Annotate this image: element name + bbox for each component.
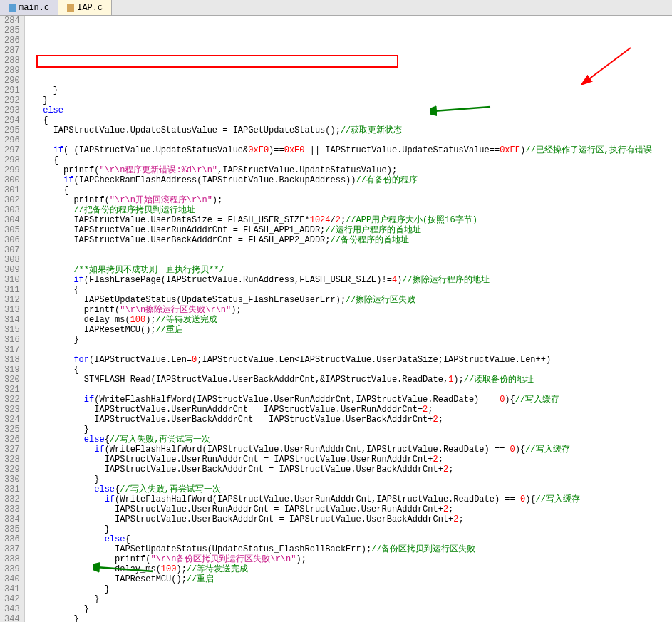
line-number: 334 (4, 514, 20, 524)
line-number: 335 (4, 524, 20, 534)
code-line[interactable]: } (28, 594, 652, 604)
line-number: 321 (4, 385, 20, 395)
line-number: 313 (4, 305, 20, 315)
code-line[interactable] (28, 345, 652, 355)
line-number: 339 (4, 564, 20, 574)
code-line[interactable]: IAPStructValue.UserRunAdddrCnt = IAPStru… (28, 504, 652, 514)
code-line[interactable]: IAPResetMCU();//重启 (28, 574, 652, 584)
code-line[interactable]: } (28, 524, 652, 534)
line-number: 317 (4, 345, 20, 355)
code-line[interactable]: IAPStructValue.UserBackAdddrCnt = FLASH_… (28, 235, 652, 245)
line-number: 311 (4, 285, 20, 295)
line-number: 330 (4, 475, 20, 484)
code-line[interactable]: { (28, 365, 652, 375)
code-line[interactable]: IAPStructValue.UserRunAdddrCnt = IAPStru… (28, 405, 652, 415)
line-number: 292 (4, 95, 20, 105)
code-area[interactable]: } } else { IAPStructValue.UpdateStatusVa… (25, 16, 652, 622)
code-line[interactable]: if(WriteFlashHalfWord(IAPStructValue.Use… (28, 395, 652, 405)
code-line[interactable]: IAPResetMCU();//重启 (28, 325, 652, 335)
line-number: 301 (4, 185, 20, 195)
line-number: 328 (4, 455, 20, 465)
tab-main-c[interactable]: main.c (0, 0, 58, 15)
line-number: 336 (4, 534, 20, 544)
code-line[interactable]: if(WriteFlashHalfWord(IAPStructValue.Use… (28, 445, 652, 455)
code-line[interactable]: IAPSetUpdateStatus(UpdateStatus_FlashEra… (28, 295, 652, 305)
code-line[interactable] (28, 385, 652, 395)
code-line[interactable]: } (28, 475, 652, 484)
line-number: 319 (4, 365, 20, 375)
line-number: 331 (4, 484, 20, 494)
code-line[interactable]: IAPSetUpdateStatus(UpdateStatus_FlashRol… (28, 544, 652, 554)
code-line[interactable]: /**如果拷贝不成功则一直执行拷贝**/ (28, 265, 652, 275)
code-line[interactable]: IAPStructValue.UserRunAdddrCnt = IAPStru… (28, 455, 652, 465)
code-line[interactable]: for(IAPStructValue.Len=0;IAPStructValue.… (28, 355, 652, 365)
code-line[interactable]: if(IAPCheckRamFlashAddress(IAPStructValu… (28, 175, 652, 185)
code-line[interactable] (28, 245, 652, 255)
code-line[interactable]: IAPStructValue.UpdateStatusValue = IAPGe… (28, 125, 652, 135)
code-line[interactable]: printf("\r\n擦除运行区失败\r\n"); (28, 305, 652, 315)
code-line[interactable]: if( (IAPStructValue.UpdateStatusValue&0x… (28, 145, 652, 155)
code-line[interactable]: delay_ms(100);//等待发送完成 (28, 564, 652, 574)
code-line[interactable]: } (28, 85, 652, 95)
tab-label: main.c (19, 3, 49, 13)
code-line[interactable]: } (28, 425, 652, 435)
line-number: 290 (4, 76, 20, 85)
code-line[interactable]: IAPStructValue.UserBackAdddrCnt = IAPStr… (28, 514, 652, 524)
line-number: 343 (4, 604, 20, 614)
code-line[interactable] (28, 135, 652, 145)
line-number: 341 (4, 584, 20, 594)
code-line[interactable]: IAPStructValue.UserBackAdddrCnt = IAPStr… (28, 465, 652, 475)
file-icon (9, 4, 16, 12)
code-line[interactable]: IAPStructValue.UserRunAdddrCnt = FLASH_A… (28, 225, 652, 235)
code-line[interactable]: else{ (28, 534, 652, 544)
code-line[interactable]: else{//写入失败,再尝试写一次 (28, 435, 652, 445)
code-line[interactable]: delay_ms(100);//等待发送完成 (28, 315, 652, 325)
line-number: 325 (4, 425, 20, 435)
tab-iap-c[interactable]: IAP.c (58, 0, 112, 15)
code-line[interactable]: } (28, 604, 652, 614)
code-line[interactable]: } (28, 95, 652, 105)
code-editor[interactable]: 2842852862872882892902912922932942952962… (0, 16, 672, 622)
code-line[interactable]: printf("\r\n开始回滚程序\r\n"); (28, 195, 652, 205)
code-line[interactable]: if(WriteFlashHalfWord(IAPStructValue.Use… (28, 494, 652, 504)
code-line[interactable]: //把备份的程序拷贝到运行地址 (28, 205, 652, 215)
code-line[interactable]: { (28, 115, 652, 125)
line-number: 298 (4, 155, 20, 165)
line-number: 288 (4, 56, 20, 66)
line-number: 296 (4, 135, 20, 145)
code-line[interactable]: } (28, 584, 652, 594)
line-number: 294 (4, 115, 20, 125)
line-number: 310 (4, 275, 20, 285)
code-line[interactable]: STMFLASH_Read(IAPStructValue.UserBackAdd… (28, 375, 652, 385)
code-line[interactable]: if(FlashErasePage(IAPStructValue.RunAddr… (28, 275, 652, 285)
line-number: 327 (4, 445, 20, 455)
line-number: 312 (4, 295, 20, 305)
code-line[interactable]: IAPStructValue.UserBackAdddrCnt = IAPStr… (28, 415, 652, 425)
code-line[interactable]: { (28, 285, 652, 295)
line-number: 326 (4, 435, 20, 445)
line-number: 314 (4, 315, 20, 325)
line-number: 293 (4, 105, 20, 115)
line-number: 332 (4, 494, 20, 504)
line-number: 297 (4, 145, 20, 155)
line-number: 329 (4, 465, 20, 475)
line-number: 338 (4, 554, 20, 564)
code-line[interactable]: } (28, 335, 652, 345)
line-number: 307 (4, 245, 20, 255)
svg-line-0 (588, 48, 631, 80)
code-line[interactable]: } (28, 614, 652, 622)
line-number: 289 (4, 66, 20, 76)
code-line[interactable]: else (28, 105, 652, 115)
code-line[interactable]: IAPStructValue.UserDataSize = FLASH_USER… (28, 215, 652, 225)
line-number: 324 (4, 415, 20, 425)
line-number: 306 (4, 235, 20, 245)
code-line[interactable]: printf("\r\n备份区拷贝到运行区失败\r\n"); (28, 554, 652, 564)
line-number-gutter: 2842852862872882892902912922932942952962… (0, 16, 25, 622)
tab-label: IAP.c (77, 3, 103, 13)
code-line[interactable]: printf("\r\n程序更新错误:%d\r\n",IAPStructValu… (28, 165, 652, 175)
code-line[interactable]: else{//写入失败,再尝试写一次 (28, 484, 652, 494)
code-line[interactable]: { (28, 185, 652, 195)
line-number: 300 (4, 175, 20, 185)
code-line[interactable]: { (28, 155, 652, 165)
code-line[interactable] (28, 255, 652, 265)
